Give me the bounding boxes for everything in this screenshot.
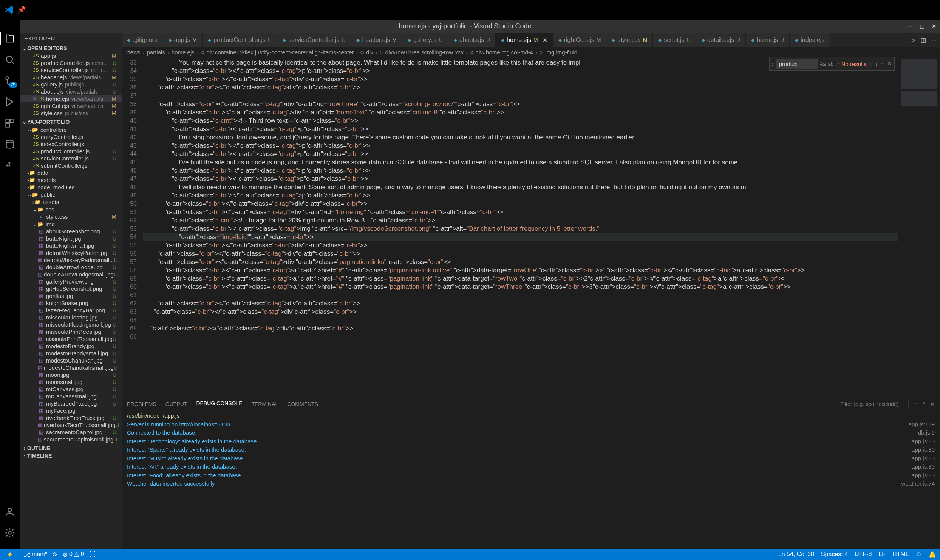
- find-next-icon[interactable]: ↓: [875, 60, 878, 67]
- file-item[interactable]: ▨detroitWhiskeyParlor.jpgU: [20, 249, 122, 256]
- language-indicator[interactable]: HTML: [892, 551, 909, 558]
- breadcrumb-item[interactable]: views: [126, 49, 141, 56]
- file-item[interactable]: ▨galleryPreview.pngU: [20, 278, 122, 285]
- file-item[interactable]: ▨missoulaPrintTeessmall.jpgU: [20, 335, 122, 342]
- open-editor-item[interactable]: JSrightCol.ejsviews/partialsM: [20, 102, 122, 110]
- account-icon[interactable]: [5, 506, 15, 517]
- folder-controllers[interactable]: ⌄📂controllers: [20, 126, 122, 133]
- file-item[interactable]: JSproductController.jsU: [20, 148, 122, 155]
- open-editor-item[interactable]: ✕JShome.ejsviews/partialsM: [20, 95, 122, 102]
- find-selection-icon[interactable]: ≡: [881, 60, 884, 67]
- database-icon[interactable]: [5, 139, 15, 150]
- tab[interactable]: ◆home.ejsM✕: [496, 33, 553, 47]
- tab[interactable]: ◆serviceController.jsU: [277, 33, 351, 47]
- eol-indicator[interactable]: LF: [878, 551, 886, 558]
- scm-icon[interactable]: 79: [5, 76, 15, 86]
- folder-public[interactable]: ⌄📂public: [20, 191, 122, 198]
- feedback-icon[interactable]: ☺: [916, 551, 922, 558]
- minimize-button[interactable]: —: [907, 23, 913, 30]
- close-panel-icon[interactable]: ✕: [930, 401, 935, 407]
- find-close-icon[interactable]: ✕: [887, 60, 892, 67]
- file-item[interactable]: ▨butteNightsmall.jpgU: [20, 242, 122, 249]
- minimap[interactable]: [898, 57, 940, 398]
- port-icon[interactable]: ⛶: [90, 551, 96, 558]
- file-item[interactable]: JSentryController.js: [20, 133, 122, 140]
- breadcrumb-item[interactable]: div#rowThree.scrolling-row.row: [385, 49, 464, 56]
- file-item[interactable]: ▨riverbankTacoTruck.jpgU: [20, 414, 122, 421]
- panel-tab[interactable]: COMMENTS: [287, 401, 318, 407]
- clear-icon[interactable]: ≡: [914, 401, 917, 407]
- file-style-css[interactable]: #style.cssM: [20, 213, 122, 220]
- file-item[interactable]: ▨missoulaPrintTees.jpgU: [20, 328, 122, 335]
- split-icon[interactable]: ◫: [921, 37, 926, 43]
- code[interactable]: You may notice this page is basically id…: [143, 57, 898, 398]
- breadcrumb-item[interactable]: div.container.d-flex.justify-content-cen…: [207, 49, 354, 56]
- regex-icon[interactable]: .*: [836, 61, 839, 67]
- find-input[interactable]: [776, 59, 818, 69]
- docker-icon[interactable]: [5, 160, 15, 171]
- find-prev-icon[interactable]: ↑: [869, 60, 872, 67]
- debug-console[interactable]: /usr/bin/node ./app.jsServer is running …: [122, 410, 940, 549]
- errors-indicator[interactable]: ⊗ 0 ⚠ 0: [63, 551, 84, 558]
- file-item[interactable]: ▨aboutScreenshot.pngU: [20, 228, 122, 235]
- file-item[interactable]: ▨moonsmall.jpgU: [20, 378, 122, 386]
- folder-assets[interactable]: ›📁assets: [20, 198, 122, 205]
- tab[interactable]: ◆script.jsU: [653, 33, 696, 47]
- settings-icon[interactable]: [5, 528, 15, 538]
- breadcrumb-item[interactable]: div#homeImg.col-md-4: [476, 49, 533, 56]
- file-item[interactable]: ▨myBeardedFace.jpgU: [20, 400, 122, 407]
- file-item[interactable]: ▨gitHubScreenshot.pngU: [20, 285, 122, 292]
- match-word-icon[interactable]: ab: [828, 61, 833, 67]
- file-item[interactable]: ▨modestoChanukah.jpgU: [20, 357, 122, 364]
- file-item[interactable]: JSserviceController.jsU: [20, 155, 122, 162]
- notifications-icon[interactable]: 🔔: [929, 551, 936, 558]
- close-icon[interactable]: ✕: [543, 37, 547, 44]
- tab[interactable]: ◆app.jsM: [163, 33, 203, 47]
- project-header[interactable]: ⌄YAJ-PORTFOLIO: [20, 118, 122, 126]
- encoding-indicator[interactable]: UTF-8: [855, 551, 872, 558]
- maximize-panel-icon[interactable]: ^: [922, 401, 925, 407]
- file-item[interactable]: ▨riverbankTacoTrucksmall.jpgU: [20, 421, 122, 429]
- open-editor-item[interactable]: JSabout.ejsviews/partialsU: [20, 88, 122, 95]
- file-item[interactable]: ▨knightSnake.pngU: [20, 299, 122, 307]
- run-icon[interactable]: ▷: [911, 37, 915, 43]
- maximize-button[interactable]: ◻: [920, 23, 925, 30]
- close-button[interactable]: ✕: [931, 23, 936, 30]
- breadcrumbs[interactable]: views›partials›home.ejs›◇div.container.d…: [122, 47, 940, 57]
- open-editor-item[interactable]: JSserviceController.jscontr...U: [20, 66, 122, 74]
- tab[interactable]: ◆.gitignore: [122, 33, 163, 47]
- match-case-icon[interactable]: Aa: [820, 61, 826, 67]
- breadcrumb-item[interactable]: partials: [147, 49, 165, 56]
- tab[interactable]: ◆rightCol.ejsM: [553, 33, 607, 47]
- folder-img[interactable]: ⌄📂img: [20, 220, 122, 228]
- open-editor-item[interactable]: JSproductController.jscontr...U: [20, 59, 122, 66]
- file-item[interactable]: ▨doubleArrowLodgesmall.jpgU: [20, 271, 122, 278]
- folder-models[interactable]: ›📁models: [20, 176, 122, 184]
- file-item[interactable]: ▨modestoBrandy.jpgU: [20, 342, 122, 350]
- file-item[interactable]: ▨missoulaFloatingsmall.jpgU: [20, 321, 122, 328]
- tab[interactable]: ◆home.jsU: [746, 33, 790, 47]
- file-item[interactable]: ▨mtCanvass.jpgU: [20, 386, 122, 393]
- breadcrumb-item[interactable]: div: [366, 49, 373, 56]
- file-item[interactable]: ▨myFace.jpg: [20, 407, 122, 414]
- sidebar-more-icon[interactable]: ···: [112, 35, 117, 42]
- file-item[interactable]: ▨sacramentoCapitolsmall.jpgU: [20, 436, 122, 443]
- panel-tab[interactable]: PROBLEMS: [127, 401, 156, 407]
- file-item[interactable]: ▨mtCanvasssmall.jpgU: [20, 393, 122, 400]
- indent-indicator[interactable]: Spaces: 4: [821, 551, 848, 558]
- remote-indicator[interactable]: ⚡: [0, 549, 20, 560]
- breadcrumb-item[interactable]: home.ejs: [172, 49, 195, 56]
- tab[interactable]: ◆gallery.jsU: [402, 33, 448, 47]
- timeline-header[interactable]: ›TIMELINE: [20, 452, 122, 460]
- open-editors-header[interactable]: ⌄OPEN EDITORS: [20, 45, 122, 52]
- extensions-icon[interactable]: [5, 118, 15, 128]
- editor-content[interactable]: › Aa ab .* No results ↑ ↓ ≡ ✕: [122, 57, 940, 398]
- search-icon[interactable]: [5, 54, 15, 65]
- tab[interactable]: ◆header.ejsM: [351, 33, 402, 47]
- file-item[interactable]: ▨gorillas.jpgU: [20, 292, 122, 299]
- file-item[interactable]: ▨missoulaFloating.jpgU: [20, 314, 122, 321]
- file-item[interactable]: JSindexController.js: [20, 140, 122, 148]
- more-icon[interactable]: ···: [931, 37, 936, 43]
- file-item[interactable]: ▨modestoChanukahsmall.jpgU: [20, 364, 122, 371]
- file-item[interactable]: ▨doubleArrowLodge.jpgU: [20, 264, 122, 271]
